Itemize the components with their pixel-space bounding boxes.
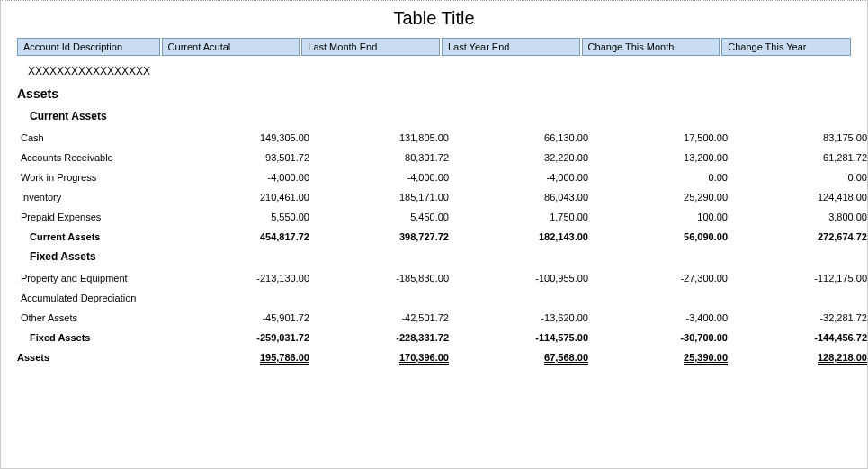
cell: 195,786.00: [174, 347, 313, 367]
row-label: Other Assets: [17, 308, 174, 328]
cell: 67,568.00: [452, 347, 592, 367]
cell: -13,620.00: [452, 308, 592, 328]
subtotal-label: Current Assets: [17, 227, 174, 247]
row-label: Prepaid Expenses: [17, 207, 174, 227]
cell: 182,143.00: [452, 227, 592, 247]
col-account: Account Id Description: [17, 38, 160, 56]
table-row: Accumulated Depreciation: [17, 288, 868, 308]
table-row: Accounts Receivable 93,501.72 80,301.72 …: [17, 148, 868, 167]
row-label: Property and Equipment: [17, 268, 174, 288]
table-row: Property and Equipment -213,130.00 -185,…: [17, 268, 868, 288]
cell: -213,130.00: [174, 268, 313, 288]
table-row: Cash 149,305.00 131,805.00 66,130.00 17,…: [17, 128, 868, 148]
cell: -144,456.72: [731, 328, 868, 347]
cell: -27,300.00: [592, 268, 731, 288]
cell: 0.00: [731, 167, 868, 187]
cell: -185,830.00: [313, 268, 452, 288]
cell: 86,043.00: [452, 187, 592, 207]
cell: 13,200.00: [592, 148, 731, 167]
cell: 25,390.00: [592, 347, 731, 367]
row-label: Accounts Receivable: [17, 148, 174, 167]
cell: 5,550.00: [174, 207, 313, 227]
cell: 272,674.72: [731, 227, 868, 247]
section-assets: Assets: [17, 83, 851, 106]
cell: 124,418.00: [731, 187, 868, 207]
grand-label: Assets: [17, 347, 174, 367]
cell: 149,305.00: [174, 128, 313, 148]
cell: 3,800.00: [731, 207, 868, 227]
placeholder-row: XXXXXXXXXXXXXXXXX: [17, 63, 851, 83]
row-label: Cash: [17, 128, 174, 148]
group-current-assets: Current Assets: [17, 106, 851, 128]
cell: 61,281.72: [731, 148, 868, 167]
cell: 32,220.00: [452, 148, 592, 167]
cell: 170,396.00: [313, 347, 452, 367]
report-body: XXXXXXXXXXXXXXXXX Assets Current Assets …: [1, 56, 867, 367]
row-label: Work in Progress: [17, 167, 174, 187]
cell: -4,000.00: [452, 167, 592, 187]
cell: -112,175.00: [731, 268, 868, 288]
cell: 100.00: [592, 207, 731, 227]
cell: 131,805.00: [313, 128, 452, 148]
cell: -3,400.00: [592, 308, 731, 328]
col-last-month: Last Month End: [301, 38, 440, 56]
cell: 398,727.72: [313, 227, 452, 247]
col-change-month: Change This Month: [582, 38, 720, 56]
report-page: Table Title Account Id Description Curre…: [0, 0, 868, 469]
table-fixed-assets: Property and Equipment -213,130.00 -185,…: [17, 268, 868, 347]
table-row: Prepaid Expenses 5,550.00 5,450.00 1,750…: [17, 207, 868, 227]
grand-total-row: Assets 195,786.00 170,396.00 67,568.00 2…: [17, 347, 868, 367]
cell: 17,500.00: [592, 128, 731, 148]
cell: [313, 288, 452, 308]
cell: 0.00: [592, 167, 731, 187]
table-grand-total: Assets 195,786.00 170,396.00 67,568.00 2…: [17, 347, 868, 367]
cell: -32,281.72: [731, 308, 868, 328]
table-row: Work in Progress -4,000.00 -4,000.00 -4,…: [17, 167, 868, 187]
cell: -45,901.72: [174, 308, 313, 328]
cell: -4,000.00: [313, 167, 452, 187]
page-title: Table Title: [1, 1, 867, 38]
cell: 454,817.72: [174, 227, 313, 247]
group-fixed-assets: Fixed Assets: [17, 247, 851, 268]
cell: -228,331.72: [313, 328, 452, 347]
cell: [174, 288, 313, 308]
cell: -114,575.00: [452, 328, 592, 347]
cell: 5,450.00: [313, 207, 452, 227]
col-change-year: Change This Year: [721, 38, 851, 56]
cell: 80,301.72: [313, 148, 452, 167]
col-last-year: Last Year End: [442, 38, 580, 56]
cell: 128,218.00: [731, 347, 868, 367]
col-current: Current Acutal: [162, 38, 300, 56]
cell: 1,750.00: [452, 207, 592, 227]
cell: 83,175.00: [731, 128, 868, 148]
cell: [731, 288, 868, 308]
cell: [592, 288, 731, 308]
cell: 185,171.00: [313, 187, 452, 207]
cell: -30,700.00: [592, 328, 731, 347]
subtotal-row: Fixed Assets -259,031.72 -228,331.72 -11…: [17, 328, 868, 347]
cell: 66,130.00: [452, 128, 592, 148]
table-row: Other Assets -45,901.72 -42,501.72 -13,6…: [17, 308, 868, 328]
column-headers: Account Id Description Current Acutal La…: [1, 38, 867, 56]
subtotal-label: Fixed Assets: [17, 328, 174, 347]
row-label: Accumulated Depreciation: [17, 288, 174, 308]
cell: [452, 288, 592, 308]
cell: -42,501.72: [313, 308, 452, 328]
row-label: Inventory: [17, 187, 174, 207]
cell: 25,290.00: [592, 187, 731, 207]
table-current-assets: Cash 149,305.00 131,805.00 66,130.00 17,…: [17, 128, 868, 247]
cell: 210,461.00: [174, 187, 313, 207]
cell: -259,031.72: [174, 328, 313, 347]
cell: 56,090.00: [592, 227, 731, 247]
cell: -100,955.00: [452, 268, 592, 288]
subtotal-row: Current Assets 454,817.72 398,727.72 182…: [17, 227, 868, 247]
cell: -4,000.00: [174, 167, 313, 187]
cell: 93,501.72: [174, 148, 313, 167]
table-row: Inventory 210,461.00 185,171.00 86,043.0…: [17, 187, 868, 207]
